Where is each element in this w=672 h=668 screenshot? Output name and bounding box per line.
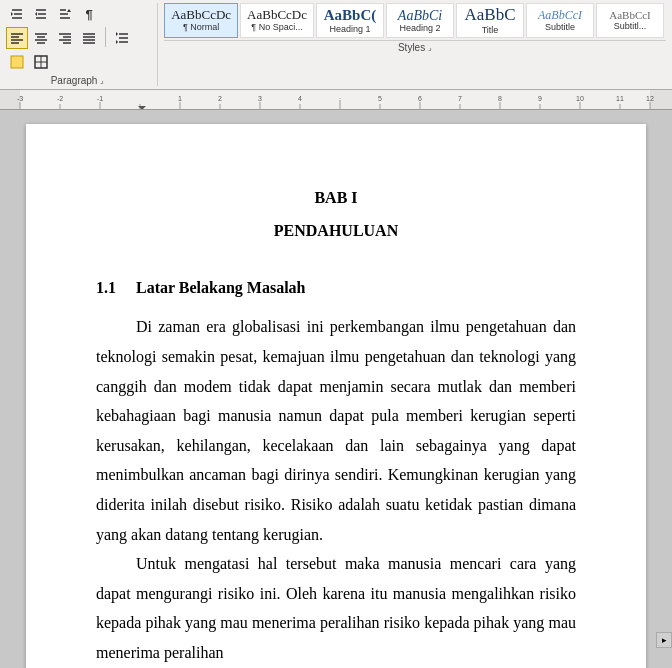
shading-btn[interactable] — [6, 51, 28, 73]
paragraph-2[interactable]: Untuk mengatasi hal tersebut maka manusi… — [96, 549, 576, 667]
paragraph-group: ¶ Para — [6, 3, 158, 86]
svg-text:-1: -1 — [97, 95, 103, 102]
bab-subtitle: PENDAHULUAN — [96, 217, 576, 246]
svg-text:5: 5 — [378, 95, 382, 102]
paragraph-tools-row1: ¶ — [6, 3, 149, 25]
svg-text:12: 12 — [646, 95, 654, 102]
style-subtitle[interactable]: AaBbCcI Subtitle — [526, 3, 594, 38]
align-center-btn[interactable] — [30, 27, 52, 49]
style-title-label: Title — [482, 25, 499, 35]
style-normal[interactable]: AaBbCcDc ¶ Normal — [164, 3, 238, 38]
style-heading1[interactable]: AaBbC( Heading 1 — [316, 3, 384, 38]
bab-title: BAB I — [96, 184, 576, 213]
style-h2-label: Heading 2 — [399, 23, 440, 33]
style-subtitle-preview: AaBbCcI — [538, 9, 582, 22]
style-h1-preview: AaBbC( — [324, 7, 377, 24]
style-heading2[interactable]: AaBbCi Heading 2 — [386, 3, 454, 38]
svg-text:7: 7 — [458, 95, 462, 102]
style-h2-preview: AaBbCi — [398, 8, 442, 23]
ruler-svg: -3 -2 -1 1 2 3 4 · 5 6 7 8 9 10 11 12 — [0, 90, 672, 110]
borders-btn[interactable] — [30, 51, 52, 73]
svg-text:2: 2 — [218, 95, 222, 102]
paragraph-expand-icon[interactable]: ⌟ — [100, 76, 104, 85]
style-subtitle2-label: Subtitl... — [614, 21, 647, 31]
scrollbar-corner[interactable]: ▸ — [656, 632, 672, 648]
style-nospace[interactable]: AaBbCcDc ¶ No Spaci... — [240, 3, 314, 38]
line-spacing-btn[interactable] — [111, 27, 133, 49]
style-title[interactable]: AaBbC Title — [456, 3, 524, 38]
svg-marker-3 — [11, 12, 13, 16]
sort-btn[interactable] — [54, 3, 76, 25]
style-h1-label: Heading 1 — [329, 24, 370, 34]
styles-expand-icon[interactable]: ⌟ — [428, 43, 432, 52]
align-justify-btn[interactable] — [78, 27, 100, 49]
svg-text:11: 11 — [616, 95, 624, 102]
svg-text:·: · — [339, 95, 341, 102]
indent-decrease-btn[interactable] — [6, 3, 28, 25]
styles-label: Styles ⌟ — [164, 40, 666, 53]
style-subtitle2[interactable]: AaBbCcI Subtitl... — [596, 3, 664, 38]
sep1 — [105, 27, 106, 47]
paragraph-label: Paragraph ⌟ — [6, 75, 149, 86]
svg-rect-33 — [11, 56, 23, 68]
page: BAB I PENDAHULUAN 1.1 Latar Belakang Mas… — [26, 124, 646, 668]
align-right-btn[interactable] — [54, 27, 76, 49]
style-title-preview: AaBbC — [465, 6, 516, 25]
svg-marker-11 — [67, 9, 71, 12]
style-nospace-preview: AaBbCcDc — [247, 8, 307, 22]
styles-group: AaBbCcDc ¶ Normal AaBbCcDc ¶ No Spaci...… — [164, 3, 666, 53]
svg-text:-3: -3 — [17, 95, 23, 102]
style-subtitle-label: Subtitle — [545, 22, 575, 32]
style-subtitle2-preview: AaBbCcI — [609, 9, 651, 21]
svg-marker-31 — [116, 32, 118, 36]
pilcrow-btn[interactable]: ¶ — [78, 3, 100, 25]
svg-text:1: 1 — [178, 95, 182, 102]
svg-text:-2: -2 — [57, 95, 63, 102]
align-left-btn[interactable] — [6, 27, 28, 49]
svg-marker-32 — [116, 40, 118, 44]
svg-text:3: 3 — [258, 95, 262, 102]
document-area[interactable]: BAB I PENDAHULUAN 1.1 Latar Belakang Mas… — [0, 110, 672, 668]
svg-text:8: 8 — [498, 95, 502, 102]
style-normal-label: ¶ Normal — [183, 22, 219, 32]
svg-text:6: 6 — [418, 95, 422, 102]
section-number: 1.1 — [96, 274, 124, 303]
ruler: -3 -2 -1 1 2 3 4 · 5 6 7 8 9 10 11 12 — [0, 90, 672, 110]
section-title: Latar Belakang Masalah — [136, 274, 306, 303]
svg-text:9: 9 — [538, 95, 542, 102]
section-heading: 1.1 Latar Belakang Masalah — [96, 274, 576, 303]
style-normal-preview: AaBbCcDc — [171, 8, 231, 22]
paragraph-1[interactable]: Di zaman era globalisasi ini perkembanga… — [96, 312, 576, 549]
paragraph-tools-row2 — [6, 27, 149, 73]
styles-row: AaBbCcDc ¶ Normal AaBbCcDc ¶ No Spaci...… — [164, 3, 666, 38]
style-nospace-label: ¶ No Spaci... — [251, 22, 302, 32]
indent-increase-btn[interactable] — [30, 3, 52, 25]
svg-text:4: 4 — [298, 95, 302, 102]
svg-text:10: 10 — [576, 95, 584, 102]
svg-marker-7 — [35, 12, 37, 16]
ribbon-toolbar: ¶ Para — [0, 0, 672, 90]
